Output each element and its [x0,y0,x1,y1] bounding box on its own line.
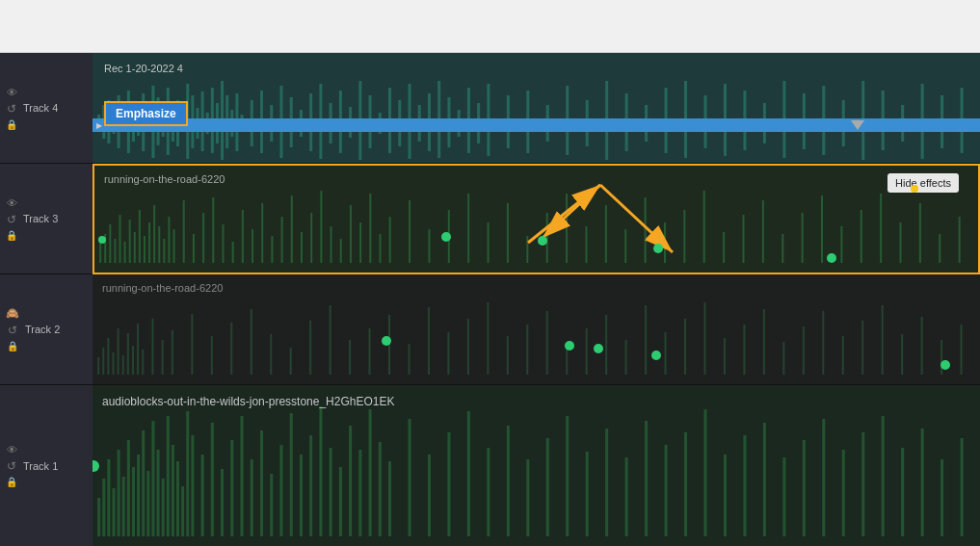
svg-rect-240 [369,409,372,536]
track4-lock-icon[interactable]: 🔒 [6,119,17,130]
track2-visibility-icon[interactable]: 🙈 [6,307,19,320]
svg-rect-86 [134,232,136,263]
track2-lock-icon[interactable]: 🔒 [7,341,18,351]
track2-dot-3[interactable] [594,344,603,353]
svg-rect-138 [821,195,823,263]
track3-reset-icon[interactable]: ↺ [7,213,16,226]
svg-rect-271 [961,438,964,536]
svg-rect-209 [127,440,130,536]
track3-dot-4[interactable] [653,244,663,253]
svg-rect-122 [507,203,509,263]
svg-rect-159 [142,350,144,375]
svg-rect-222 [191,435,194,536]
svg-rect-160 [151,319,153,375]
svg-rect-238 [349,426,352,536]
track3-visibility-icon[interactable]: 👁 [7,197,17,209]
svg-rect-189 [703,302,705,375]
svg-rect-133 [723,232,725,263]
emphasize-button[interactable]: Emphasize [104,101,188,126]
track-content-area: Rec 1-20-2022 4 [93,53,980,546]
svg-rect-196 [842,336,844,375]
track2-dot-4[interactable] [651,351,661,360]
track2-dot-5[interactable] [940,360,950,370]
svg-rect-195 [822,311,824,375]
svg-rect-131 [683,210,685,263]
svg-rect-258 [703,409,706,536]
track3-content[interactable]: running-on-the-road-6220 [93,164,980,274]
track3-dot-1[interactable] [98,236,106,244]
svg-rect-90 [153,205,155,263]
hide-effects-tooltip[interactable]: Hide effects [887,173,959,193]
svg-rect-190 [724,338,726,375]
svg-rect-171 [349,340,351,375]
svg-rect-105 [281,217,283,263]
track2-dot-1[interactable] [382,336,391,346]
track3-lock-icon[interactable]: 🔒 [6,230,17,241]
svg-rect-201 [940,340,942,375]
svg-rect-111 [340,239,342,263]
svg-rect-84 [124,242,126,263]
track-labels-panel: 👁 ↺ 🔒 Track 4 👁 ↺ 🔒 Track 3 🙈 [0,53,93,546]
track1-lock-icon[interactable]: 🔒 [6,477,17,487]
svg-rect-153 [112,352,114,375]
track4-filename: Rec 1-20-2022 4 [104,63,183,74]
svg-rect-108 [310,213,312,263]
svg-rect-113 [359,222,361,263]
timeline-area: 👁 ↺ 🔒 Track 4 👁 ↺ 🔒 Track 3 🙈 [0,53,980,546]
svg-rect-164 [211,336,213,375]
track4-reset-icon[interactable]: ↺ [7,102,16,116]
svg-rect-245 [447,432,450,536]
svg-rect-224 [211,423,214,536]
svg-rect-89 [148,222,150,263]
svg-rect-167 [270,334,272,375]
svg-rect-91 [158,226,160,263]
svg-rect-225 [221,469,224,536]
svg-rect-85 [129,220,131,263]
svg-rect-170 [330,305,331,375]
svg-rect-188 [684,319,686,375]
track4-content[interactable]: Rec 1-20-2022 4 [93,53,980,164]
track2-dot-2[interactable] [565,341,574,351]
track2-content[interactable]: running-on-the-road-6220 [93,274,980,385]
svg-rect-126 [585,226,587,263]
svg-rect-144 [939,234,940,263]
svg-rect-162 [172,330,173,375]
svg-rect-198 [882,305,884,375]
automation-handle[interactable] [851,120,864,130]
svg-rect-227 [241,416,244,536]
svg-rect-229 [260,430,263,536]
svg-rect-192 [763,309,765,375]
track4-label: 👁 ↺ 🔒 Track 4 [0,53,93,164]
track3-dot-3[interactable] [538,236,547,246]
track2-reset-icon[interactable]: ↺ [8,324,17,337]
svg-rect-117 [409,200,411,263]
track3-waveform [94,176,978,273]
svg-rect-174 [408,344,410,375]
svg-rect-96 [193,234,195,263]
svg-rect-234 [309,435,312,536]
svg-rect-232 [290,413,293,536]
svg-rect-158 [137,324,139,375]
track1-visibility-icon[interactable]: 👁 [7,444,17,455]
svg-rect-150 [97,357,99,375]
svg-rect-212 [142,430,145,536]
track3-label: 👁 ↺ 🔒 Track 3 [0,164,93,274]
track4-visibility-icon[interactable]: 👁 [7,87,17,98]
svg-rect-202 [961,325,963,375]
svg-rect-248 [507,426,510,536]
track3-dot-2[interactable] [441,232,451,242]
svg-rect-251 [566,416,569,536]
svg-rect-211 [137,455,140,536]
track1-content[interactable]: audioblocks-out-in-the-wilds-jon-pressto… [93,385,980,546]
svg-rect-239 [358,450,361,536]
svg-rect-230 [270,474,273,536]
track1-reset-icon[interactable]: ↺ [7,459,16,473]
svg-rect-197 [861,321,863,375]
svg-rect-94 [173,229,175,263]
automation-line[interactable] [93,118,980,132]
svg-rect-216 [162,479,165,536]
svg-rect-255 [645,421,648,536]
svg-rect-199 [901,334,903,375]
track3-dot-5[interactable] [827,253,836,263]
svg-rect-257 [684,432,687,536]
